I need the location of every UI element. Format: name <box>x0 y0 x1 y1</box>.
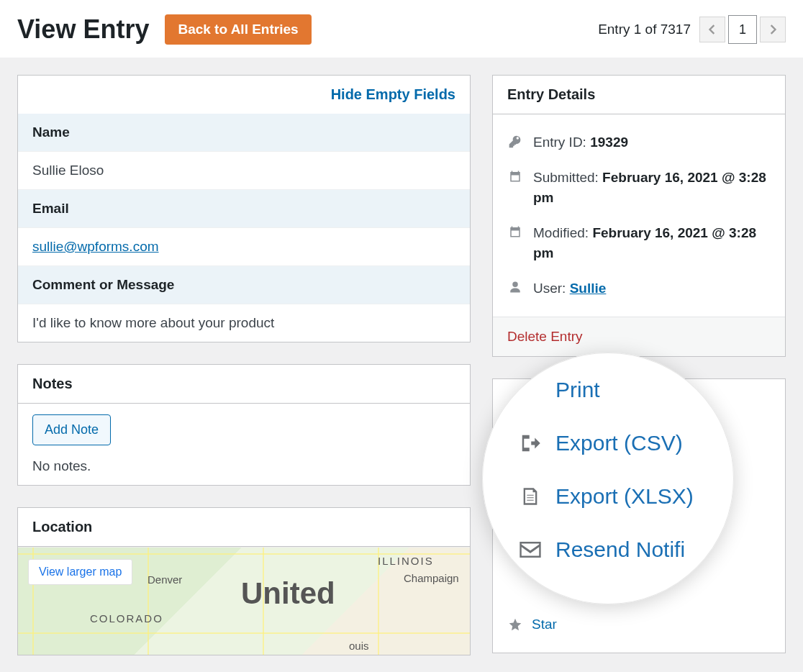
map-country-label: United <box>241 576 335 611</box>
zoom-overlay: Print Export (CSV) Export (XLSX) Resend … <box>482 353 734 604</box>
user-link[interactable]: Sullie <box>570 281 607 296</box>
submitted-text: Submitted: February 16, 2021 @ 3:28 pm <box>533 168 771 209</box>
field-label: Comment or Message <box>18 266 470 304</box>
entry-details-title: Entry Details <box>507 86 595 103</box>
notes-body: Add Note No notes. <box>18 404 470 485</box>
page-header: View Entry Back to All Entries Entry 1 o… <box>0 0 803 58</box>
back-to-entries-button[interactable]: Back to All Entries <box>165 14 311 45</box>
field-label: Email <box>18 190 470 228</box>
map[interactable]: United ILLINOIS Champaign Denver COLORAD… <box>18 547 470 655</box>
location-panel: Location United ILLINOIS Champaign Denve… <box>17 507 471 655</box>
entry-id-row: Entry ID: 19329 <box>507 125 771 160</box>
star-action[interactable]: Star <box>507 609 771 640</box>
map-city-label: Champaign <box>404 572 459 584</box>
field-value: sullie@wpforms.com <box>18 228 470 266</box>
entry-details-header: Entry Details <box>493 76 785 114</box>
hide-empty-fields-link[interactable]: Hide Empty Fields <box>18 76 470 114</box>
key-icon <box>507 135 523 149</box>
notes-panel: Notes Add Note No notes. <box>17 364 471 486</box>
main-column: Hide Empty Fields Name Sullie Eloso Emai… <box>17 75 471 672</box>
entry-count: Entry 1 of 7317 <box>598 22 691 37</box>
page-title: View Entry <box>17 14 149 45</box>
notes-header: Notes <box>18 365 470 404</box>
pager <box>699 15 786 44</box>
modified-row: Modified: February 16, 2021 @ 3:28 pm <box>507 216 771 271</box>
field-value: Sullie Eloso <box>18 152 470 190</box>
zoom-print-action[interactable]: Print <box>518 378 712 402</box>
envelope-icon <box>518 542 543 558</box>
header-right: Entry 1 of 7317 <box>598 15 786 44</box>
pager-input[interactable] <box>728 15 757 44</box>
zoom-resend-label: Resend Notifi <box>555 537 685 562</box>
map-city-label: Denver <box>148 573 182 586</box>
pager-prev-button[interactable] <box>699 17 725 42</box>
entry-details-body: Entry ID: 19329 Submitted: February 16, … <box>493 114 785 317</box>
entry-fields-panel: Hide Empty Fields Name Sullie Eloso Emai… <box>17 75 471 342</box>
modified-text: Modified: February 16, 2021 @ 3:28 pm <box>533 223 771 264</box>
pager-next-button[interactable] <box>760 17 786 42</box>
zoom-resend-action[interactable]: Resend Notifi <box>518 537 712 562</box>
chevron-right-icon <box>768 24 777 35</box>
zoom-print-label: Print <box>555 378 600 402</box>
location-header: Location <box>18 508 470 547</box>
map-city-label: ouis <box>349 640 369 652</box>
export-icon <box>518 432 543 454</box>
entry-id-text: Entry ID: 19329 <box>533 132 628 153</box>
user-row: User: Sullie <box>507 271 771 307</box>
entry-details-panel: Entry Details Entry ID: 19329 Submitted:… <box>492 75 786 357</box>
view-larger-map-button[interactable]: View larger map <box>28 559 132 585</box>
zoom-export-xlsx-label: Export (XLSX) <box>555 484 694 509</box>
calendar-icon <box>507 225 523 238</box>
chevron-left-icon <box>708 24 717 35</box>
field-label: Name <box>18 114 470 152</box>
no-notes-text: No notes. <box>32 458 455 474</box>
zoom-export-csv-action[interactable]: Export (CSV) <box>518 431 712 455</box>
user-icon <box>507 281 523 294</box>
user-text: User: Sullie <box>533 278 606 299</box>
map-state-label: COLORADO <box>90 612 163 625</box>
calendar-icon <box>507 170 523 183</box>
delete-entry-link[interactable]: Delete Entry <box>493 317 785 356</box>
star-label: Star <box>532 617 557 632</box>
submitted-row: Submitted: February 16, 2021 @ 3:28 pm <box>507 160 771 216</box>
notes-title: Notes <box>32 376 73 392</box>
email-link[interactable]: sullie@wpforms.com <box>32 239 159 254</box>
star-icon <box>507 617 523 632</box>
field-value: I'd like to know more about your product <box>18 304 470 342</box>
file-icon <box>518 486 543 507</box>
location-title: Location <box>32 519 92 535</box>
map-state-label: ILLINOIS <box>378 555 434 567</box>
zoom-export-xlsx-action[interactable]: Export (XLSX) <box>518 484 712 509</box>
zoom-export-csv-label: Export (CSV) <box>555 431 683 455</box>
add-note-button[interactable]: Add Note <box>32 414 111 445</box>
